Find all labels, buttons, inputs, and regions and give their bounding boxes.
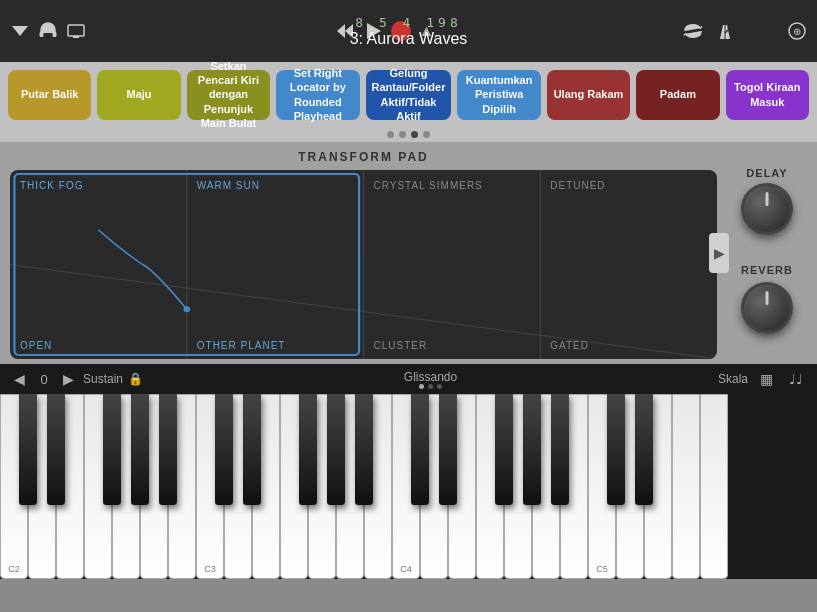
white-key-F4[interactable] [476, 394, 504, 579]
white-key-F5[interactable] [672, 394, 700, 579]
white-key-C2[interactable]: C2 [0, 394, 28, 579]
black-key-Csharp-2[interactable] [19, 394, 37, 505]
warm-sun-label: WARM SUN [197, 180, 260, 191]
svg-text:⊕: ⊕ [793, 26, 801, 37]
svg-rect-1 [40, 32, 44, 37]
piano-keys[interactable]: C2C3C4C5 [0, 394, 728, 579]
black-key-Dsharp-4[interactable] [439, 394, 457, 505]
top-bar-left [10, 21, 86, 41]
black-key-Dsharp-2[interactable] [47, 394, 65, 505]
black-key-Csharp-5[interactable] [607, 394, 625, 505]
white-key-G5[interactable] [700, 394, 728, 579]
notes-icon[interactable]: ♩♩ [785, 369, 807, 389]
black-key-Gsharp-4[interactable] [523, 394, 541, 505]
gelung-button[interactable]: Gelung Rantau/Folder Aktif/Tidak Aktif [366, 70, 452, 120]
glissando-dot-1[interactable] [419, 384, 424, 389]
black-key-Csharp-3[interactable] [215, 394, 233, 505]
other-planet-label: OTHER PLANET [197, 340, 286, 351]
piano-grid-icon[interactable]: ▦ [756, 369, 777, 389]
reverb-knob[interactable] [741, 282, 793, 334]
setkan-pencari-button[interactable]: Setkan Pencari Kiri dengan Penunjuk Main… [187, 70, 270, 120]
dot-4[interactable] [423, 131, 430, 138]
knobs-section: DELAY REVERB [727, 142, 807, 359]
ulang-rakam-button[interactable]: Ulang Rakam [547, 70, 630, 120]
octave-label-c5: C5 [596, 564, 608, 574]
white-key-F3[interactable] [280, 394, 308, 579]
octave-label-c3: C3 [204, 564, 216, 574]
main-area: TRANSFORM PAD THICK FOG [0, 142, 817, 364]
bottom-strip: ◀ 0 ▶ Sustain 🔒 Glissando Skala ▦ ♩♩ [0, 364, 817, 394]
white-key-visual-F5[interactable] [672, 394, 700, 579]
white-key-C5[interactable]: C5 [588, 394, 616, 579]
settings-icon[interactable]: ⊕ [787, 21, 807, 41]
reverb-group: REVERB [741, 264, 793, 334]
white-key-C3[interactable]: C3 [196, 394, 224, 579]
transform-pad[interactable]: THICK FOG WARM SUN CRYSTAL SIMMERS DETUN… [10, 170, 717, 359]
black-key-Asharp-4[interactable] [551, 394, 569, 505]
black-key-Dsharp-5[interactable] [635, 394, 653, 505]
next-arrow-button[interactable]: ▶ [709, 233, 729, 273]
putar-balik-button[interactable]: Putar Balik [8, 70, 91, 120]
pad-cell-detuned[interactable]: DETUNED [540, 170, 717, 265]
pad-cell-warm-sun[interactable]: WARM SUN [187, 170, 364, 265]
dot-2[interactable] [399, 131, 406, 138]
black-key-Fsharp-2[interactable] [103, 394, 121, 505]
crystal-simmers-label: CRYSTAL SIMMERS [374, 180, 483, 191]
black-key-Fsharp-4[interactable] [495, 394, 513, 505]
octave-up-button[interactable]: ▶ [59, 369, 78, 389]
track-name: 3: Aurora Waves [350, 30, 468, 48]
pad-cell-open[interactable]: OPEN [10, 265, 187, 360]
thick-fog-label: THICK FOG [20, 180, 83, 191]
white-key-visual-G5[interactable] [700, 394, 728, 579]
black-key-Asharp-3[interactable] [355, 394, 373, 505]
white-key-F2[interactable] [84, 394, 112, 579]
padam-button[interactable]: Padam [636, 70, 719, 120]
octave-label-c2: C2 [8, 564, 20, 574]
glissando-dot-3[interactable] [437, 384, 442, 389]
glissando-section: Glissando [153, 370, 708, 389]
headphone-icon[interactable] [38, 21, 58, 41]
screen-icon[interactable] [66, 21, 86, 41]
skala-label: Skala [718, 372, 748, 386]
delay-label: DELAY [746, 167, 787, 179]
delay-group: DELAY [741, 167, 793, 235]
metronome-icon[interactable] [715, 21, 735, 41]
octave-down-button[interactable]: ◀ [10, 369, 29, 389]
black-key-Fsharp-3[interactable] [299, 394, 317, 505]
delay-knob[interactable] [741, 183, 793, 235]
svg-marker-5 [337, 24, 345, 38]
gated-label: GATED [550, 340, 589, 351]
black-key-Asharp-2[interactable] [159, 394, 177, 505]
kuantumkan-button[interactable]: Kuantumkan Peristiwa Dipilih [457, 70, 540, 120]
pad-cell-other-planet[interactable]: OTHER PLANET [187, 265, 364, 360]
top-bar-center: 8 5 4 198 3: Aurora Waves [350, 15, 468, 48]
piano-keyboard[interactable]: C2C3C4C5 [0, 394, 817, 579]
black-key-Gsharp-2[interactable] [131, 394, 149, 505]
pad-cell-cluster[interactable]: CLUSTER [364, 265, 541, 360]
pad-cell-thick-fog[interactable]: THICK FOG [10, 170, 187, 265]
dot-1[interactable] [387, 131, 394, 138]
black-key-Gsharp-3[interactable] [327, 394, 345, 505]
transform-pad-section: TRANSFORM PAD THICK FOG [10, 142, 717, 359]
octave-number: 0 [34, 372, 54, 387]
svg-marker-0 [12, 26, 28, 36]
maju-button[interactable]: Maju [97, 70, 180, 120]
glissando-dot-2[interactable] [428, 384, 433, 389]
transport-numbers: 8 5 4 198 [355, 15, 461, 30]
black-key-Csharp-4[interactable] [411, 394, 429, 505]
pad-cell-gated[interactable]: GATED [540, 265, 717, 360]
dot-3[interactable] [411, 131, 418, 138]
pad-cell-crystal-simmers[interactable]: CRYSTAL SIMMERS [364, 170, 541, 265]
reverb-label: REVERB [741, 264, 793, 276]
set-right-button[interactable]: Set Right Locator by Rounded Playhead [276, 70, 359, 120]
page-dots [0, 127, 817, 142]
togol-button[interactable]: Togol Kiraan Masuk [726, 70, 809, 120]
black-key-Dsharp-3[interactable] [243, 394, 261, 505]
white-key-C4[interactable]: C4 [392, 394, 420, 579]
dropdown-icon[interactable] [10, 21, 30, 41]
glissando-label: Glissando [404, 370, 457, 384]
transform-pad-title: TRANSFORM PAD [298, 150, 428, 164]
cluster-label: CLUSTER [374, 340, 428, 351]
top-bar: 8 5 4 198 3: Aurora Waves ▲ [0, 0, 817, 62]
loop-icon[interactable] [683, 21, 703, 41]
